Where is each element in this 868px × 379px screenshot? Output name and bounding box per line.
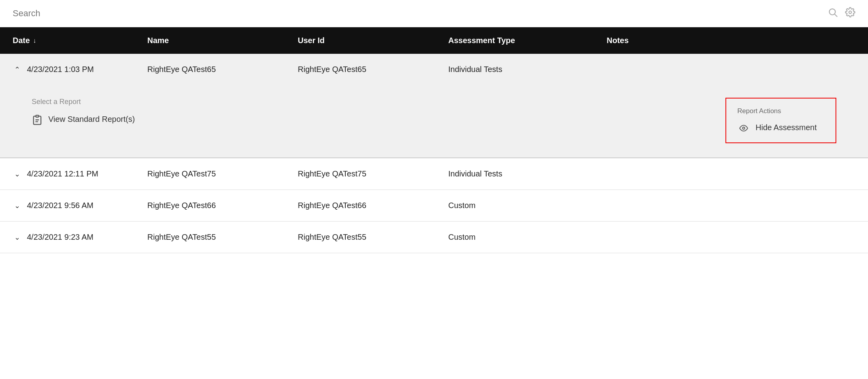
chevron-down-icon[interactable]: ⌄ (13, 170, 21, 178)
row-assessment-type-2: Individual Tests (448, 169, 607, 178)
header-user-id: User Id (298, 36, 448, 45)
table-row: ⌄ 4/23/2021 12:11 PM RightEye QATest75 R… (0, 158, 868, 190)
row-user-id-4: RightEye QATest55 (298, 233, 448, 242)
search-icon (828, 7, 838, 20)
svg-point-6 (742, 127, 745, 129)
table-row: ⌄ 4/23/2021 9:23 AM RightEye QATest55 Ri… (0, 222, 868, 253)
row-toggle-4[interactable]: ⌄ 4/23/2021 9:23 AM (13, 233, 147, 242)
eye-icon (737, 121, 750, 134)
hide-assessment-button[interactable]: Hide Assessment (737, 121, 817, 134)
table-header: Date ↓ Name User Id Assessment Type Note… (0, 27, 868, 54)
chevron-down-icon[interactable]: ⌄ (13, 201, 21, 210)
view-standard-reports-label: View Standard Report(s) (48, 115, 135, 124)
svg-rect-3 (36, 115, 39, 117)
row-user-id-1: RightEye QATest65 (298, 65, 448, 74)
select-report-label: Select a Report (32, 98, 135, 106)
table-row: ⌄ 4/23/2021 9:56 AM RightEye QATest66 Ri… (0, 190, 868, 222)
row-name-4: RightEye QATest55 (147, 233, 298, 242)
row-user-id-2: RightEye QATest75 (298, 169, 448, 178)
row-assessment-type-3: Custom (448, 201, 607, 210)
header-notes: Notes (607, 36, 855, 45)
row-toggle-1[interactable]: ⌃ 4/23/2021 1:03 PM (13, 65, 147, 74)
row-name-2: RightEye QATest75 (147, 169, 298, 178)
select-report-section: Select a Report View Standard Report(s) (32, 98, 135, 125)
row-user-id-3: RightEye QATest66 (298, 201, 448, 210)
header-assessment-type: Assessment Type (448, 36, 607, 45)
report-actions-box: Report Actions Hide Assessment (725, 98, 836, 143)
report-actions-title: Report Actions (737, 107, 824, 115)
settings-icon[interactable] (845, 7, 855, 20)
expanded-panel: Select a Report View Standard Report(s) … (0, 85, 868, 158)
table-row: ⌃ 4/23/2021 1:03 PM RightEye QATest65 Ri… (0, 54, 868, 85)
hide-assessment-label: Hide Assessment (756, 123, 817, 132)
sort-arrow-icon: ↓ (33, 37, 36, 44)
row-toggle-2[interactable]: ⌄ 4/23/2021 12:11 PM (13, 169, 147, 178)
row-assessment-type-1: Individual Tests (448, 65, 607, 74)
svg-point-0 (829, 9, 835, 15)
view-standard-reports-item[interactable]: View Standard Report(s) (32, 113, 135, 125)
header-name: Name (147, 36, 298, 45)
row-assessment-type-4: Custom (448, 233, 607, 242)
chevron-up-icon[interactable]: ⌃ (13, 65, 21, 74)
search-input[interactable] (13, 8, 823, 19)
svg-line-1 (835, 14, 837, 16)
svg-point-2 (849, 11, 852, 14)
header-date[interactable]: Date ↓ (13, 36, 147, 45)
chevron-down-icon[interactable]: ⌄ (13, 233, 21, 242)
search-bar (0, 0, 868, 27)
row-toggle-3[interactable]: ⌄ 4/23/2021 9:56 AM (13, 201, 147, 210)
report-clipboard-icon (32, 113, 43, 125)
row-name-3: RightEye QATest66 (147, 201, 298, 210)
row-name-1: RightEye QATest65 (147, 65, 298, 74)
